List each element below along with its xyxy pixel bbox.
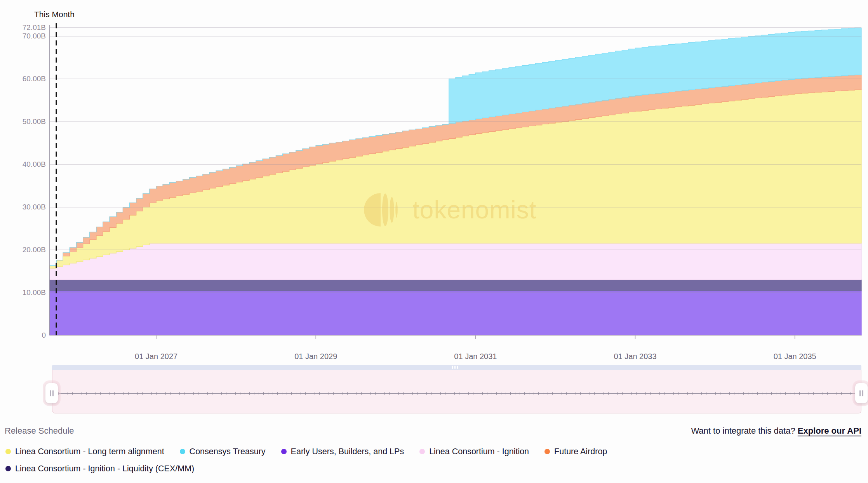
explore-api-link[interactable]: Explore our API [798, 426, 861, 436]
brush-minimap-panel[interactable] [52, 370, 861, 413]
x-axis-tick-label: 01 Jan 2027 [135, 352, 177, 361]
area-series[interactable] [50, 280, 861, 291]
legend-dot-icon [5, 449, 11, 454]
legend-item[interactable]: Consensys Treasury [180, 447, 266, 457]
legend-item[interactable]: Linea Consortium - Ignition [419, 447, 529, 457]
brush-grip-icon[interactable] [452, 366, 458, 369]
y-axis-tick-label: 30.00B [19, 203, 46, 211]
y-axis-tick-label: 50.00B [19, 117, 46, 126]
legend-label: Consensys Treasury [190, 447, 266, 457]
y-axis-tick-label: 72.01B [19, 23, 46, 32]
legend-dot-icon [544, 449, 550, 454]
x-axis-tick-label: 01 Jan 2035 [774, 352, 816, 361]
legend-label: Linea Consortium - Long term alignment [15, 447, 164, 457]
y-axis-tick-label: 70.00B [19, 32, 46, 40]
y-axis-tick-label: 60.00B [19, 75, 46, 83]
legend-dot-icon [281, 449, 287, 454]
legend-item[interactable]: Linea Consortium - Long term alignment [5, 447, 164, 457]
area-series[interactable] [50, 291, 861, 335]
legend-dot-icon [419, 449, 425, 454]
x-axis-tick-label: 01 Jan 2029 [294, 352, 337, 361]
legend-item[interactable]: Early Users, Builders, and LPs [281, 447, 404, 457]
brush-handle-right[interactable] [855, 383, 868, 403]
y-axis-tick-label: 0 [19, 331, 46, 340]
token-release-schedule-page: This Month 72.01B70.00B60.00B50.00B40.00… [0, 0, 868, 483]
this-month-annotation: This Month [34, 10, 75, 19]
y-axis-tick-label: 10.00B [19, 288, 46, 297]
legend-label: Early Users, Builders, and LPs [291, 447, 404, 457]
legend-label: Linea Consortium - Ignition - Liquidity … [15, 464, 194, 474]
release-schedule-heading: Release Schedule [5, 426, 74, 436]
api-callout: Want to integrate this data? Explore our… [691, 426, 861, 436]
chart-legend: Linea Consortium - Long term alignmentCo… [5, 443, 860, 477]
legend-dot-icon [5, 466, 11, 471]
minimap-axis-ticks [58, 392, 858, 395]
x-axis-tick-label: 01 Jan 2031 [454, 352, 497, 361]
y-axis-tick-label: 20.00B [19, 246, 46, 254]
api-prompt-text: Want to integrate this data? [691, 426, 795, 436]
y-axis-tick-label: 40.00B [19, 160, 46, 169]
x-axis-tick-label: 01 Jan 2033 [614, 352, 656, 361]
legend-label: Future Airdrop [554, 447, 607, 457]
legend-item[interactable]: Future Airdrop [544, 447, 607, 457]
legend-dot-icon [180, 449, 185, 454]
legend-item[interactable]: Linea Consortium - Ignition - Liquidity … [5, 464, 194, 474]
area-series[interactable] [50, 243, 861, 280]
legend-label: Linea Consortium - Ignition [429, 447, 529, 457]
legend-row: Linea Consortium - Long term alignmentCo… [5, 443, 860, 460]
brush-handle-left[interactable] [45, 383, 58, 403]
legend-row: Linea Consortium - Ignition - Liquidity … [5, 460, 860, 477]
